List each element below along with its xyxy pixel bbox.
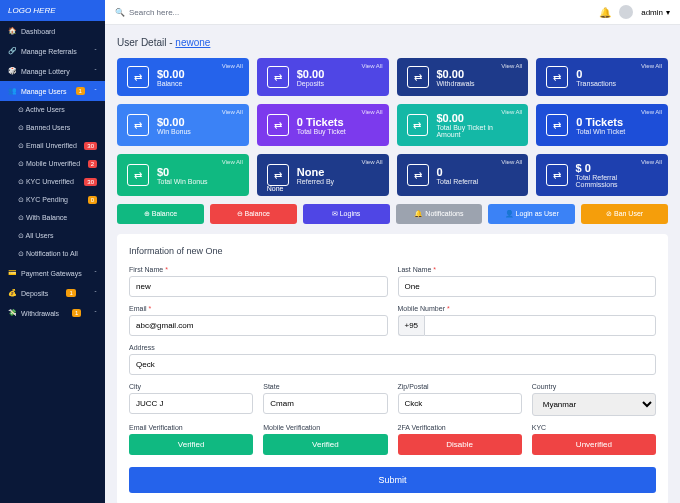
city-input[interactable] [129,393,253,414]
action-button[interactable]: ⊘ Ban User [581,204,668,224]
stat-card[interactable]: View All⇄$0.00Balance [117,58,249,96]
mobile-input[interactable] [424,315,656,336]
sub-nav-item[interactable]: ⊙ Banned Users [0,119,105,137]
stat-card[interactable]: View All⇄0 TicketsTotal Win Ticket [536,104,668,146]
swap-icon: ⇄ [267,114,289,136]
nav-label: Payment Gateways [21,270,82,277]
sub-nav-item[interactable]: ⊙ Mobile Unverified2 [0,155,105,173]
stat-card[interactable]: View All⇄NoneReferred ByNone [257,154,389,196]
swap-icon: ⇄ [127,114,149,136]
view-all-link[interactable]: View All [641,159,662,165]
user-link[interactable]: newone [175,37,210,48]
stat-card[interactable]: View All⇄$0.00Deposits [257,58,389,96]
zip-input[interactable] [398,393,522,414]
sub-nav-item[interactable]: ⊙ KYC Pending0 [0,191,105,209]
badge: 1 [72,309,81,317]
submit-button[interactable]: Submit [129,467,656,493]
sub-nav-item[interactable]: ⊙ KYC Unverified30 [0,173,105,191]
email-input[interactable] [129,315,388,336]
action-button[interactable]: 👤 Login as User [488,204,575,224]
view-all-link[interactable]: View All [501,109,522,115]
card-label: Total Win Bonus [157,178,208,185]
action-button[interactable]: ⊕ Balance [117,204,204,224]
firstname-input[interactable] [129,276,388,297]
swap-icon: ⇄ [407,66,429,88]
label: Zip/Postal [398,383,522,390]
sub-nav-item[interactable]: ⊙ Email Unverified30 [0,137,105,155]
stat-card[interactable]: View All⇄$0.00Withdrawals [397,58,529,96]
badge: 1 [76,87,85,95]
action-button[interactable]: ⊖ Balance [210,204,297,224]
badge: 0 [88,196,97,204]
view-all-link[interactable]: View All [362,109,383,115]
stat-card[interactable]: View All⇄0Transactions [536,58,668,96]
nav-manage-users[interactable]: 👥 Manage Users 1 ˄ [0,81,105,101]
view-all-link[interactable]: View All [641,63,662,69]
mobile-verif-toggle[interactable]: Verified [263,434,387,455]
sub-nav-item[interactable]: ⊙ Active Users [0,101,105,119]
country-select[interactable]: Myanmar [532,393,656,416]
view-all-link[interactable]: View All [641,109,662,115]
email-verif-toggle[interactable]: Verified [129,434,253,455]
stat-card[interactable]: View All⇄0Total Referral [397,154,529,196]
swap-icon: ⇄ [127,164,149,186]
sub-nav-item[interactable]: ⊙ Notification to All [0,245,105,263]
search-icon: 🔍 [115,8,125,17]
lastname-input[interactable] [398,276,657,297]
stat-card[interactable]: View All⇄0 TicketsTotal Buy Ticket [257,104,389,146]
nav-item[interactable]: 🎲Manage Lottery˅ [0,61,105,81]
nav-item[interactable]: 🏠Dashboard [0,21,105,41]
swap-icon: ⇄ [546,114,568,136]
card-value: 0 Tickets [297,116,346,128]
sub-nav-item[interactable]: ⊙ With Balance [0,209,105,227]
nav-label: Manage Lottery [21,68,70,75]
chevron-up-icon: ˄ [94,88,97,95]
card-label: Deposits [297,80,325,87]
user-menu[interactable]: admin ▾ [641,8,670,17]
avatar[interactable] [619,5,633,19]
card-value: $0.00 [437,68,475,80]
mobile-prefix: +95 [398,315,425,336]
swap-icon: ⇄ [267,164,289,186]
chevron-down-icon: ▾ [666,8,670,17]
address-input[interactable] [129,354,656,375]
action-button[interactable]: ✉ Logins [303,204,390,224]
nav-item[interactable]: 💳Payment Gateways˅ [0,263,105,283]
bell-icon[interactable]: 🔔 [599,7,611,18]
topbar: 🔍 Search here... 🔔 admin ▾ [105,0,680,25]
card-label: Transactions [576,80,616,87]
card-value: 0 [576,68,616,80]
card-label: Total Buy Ticket in Amount [436,124,518,138]
nav-item[interactable]: 💰Deposits1˅ [0,283,105,303]
label: First Name * [129,266,388,273]
nav-item[interactable]: 🔗Manage Referrals˅ [0,41,105,61]
view-all-link[interactable]: View All [362,63,383,69]
card-value: None [297,166,334,178]
label: Mobile Verification [263,424,387,431]
stat-card[interactable]: View All⇄$0Total Win Bonus [117,154,249,196]
search-placeholder: Search here... [129,8,179,17]
view-all-link[interactable]: View All [222,63,243,69]
nav-item[interactable]: 💸Withdrawals1˅ [0,303,105,323]
card-value: 0 [437,166,479,178]
view-all-link[interactable]: View All [222,159,243,165]
stat-card[interactable]: View All⇄$0.00Total Buy Ticket in Amount [397,104,529,146]
view-all-link[interactable]: View All [501,159,522,165]
action-button[interactable]: 🔔 Notifications [396,204,483,224]
state-input[interactable] [263,393,387,414]
swap-icon: ⇄ [546,66,568,88]
search-input[interactable]: 🔍 Search here... [115,8,179,17]
sub-nav-item[interactable]: ⊙ All Users [0,227,105,245]
swap-icon: ⇄ [127,66,149,88]
view-all-link[interactable]: View All [222,109,243,115]
stat-card[interactable]: View All⇄$ 0Total Referral Commissions [536,154,668,196]
stat-card[interactable]: View All⇄$0.00Win Bonus [117,104,249,146]
logo: LOGO HERE [0,0,105,21]
2fa-toggle[interactable]: Disable [398,434,522,455]
panel-title: Information of new One [129,246,656,256]
view-all-link[interactable]: View All [362,159,383,165]
label: City [129,383,253,390]
kyc-toggle[interactable]: Unverified [532,434,656,455]
view-all-link[interactable]: View All [501,63,522,69]
nav-label: Manage Referrals [21,48,77,55]
